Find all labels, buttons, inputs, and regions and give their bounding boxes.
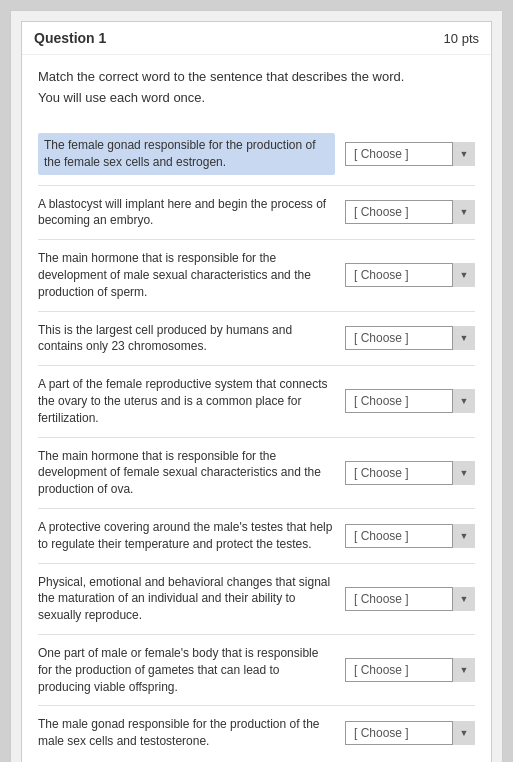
dropdown-wrapper-1: [ Choose ] — [345, 142, 475, 166]
answer-dropdown-5[interactable]: [ Choose ] — [345, 389, 475, 413]
dropdown-wrapper-3: [ Choose ] — [345, 263, 475, 287]
row-description-9: One part of male or female's body that i… — [38, 645, 335, 695]
instructions-sub-text: You will use each word once. — [38, 90, 475, 105]
dropdown-container-4: [ Choose ] — [345, 326, 475, 350]
dropdown-wrapper-7: [ Choose ] — [345, 524, 475, 548]
answer-dropdown-7[interactable]: [ Choose ] — [345, 524, 475, 548]
dropdown-container-7: [ Choose ] — [345, 524, 475, 548]
row-description-2: A blastocyst will implant here and begin… — [38, 196, 335, 230]
page-container: Question 1 10 pts Match the correct word… — [10, 10, 503, 762]
answer-dropdown-4[interactable]: [ Choose ] — [345, 326, 475, 350]
answer-dropdown-2[interactable]: [ Choose ] — [345, 200, 475, 224]
dropdown-wrapper-4: [ Choose ] — [345, 326, 475, 350]
match-row: The main hormone that is responsible for… — [38, 438, 475, 509]
answer-dropdown-9[interactable]: [ Choose ] — [345, 658, 475, 682]
match-row: The main hormone that is responsible for… — [38, 240, 475, 311]
match-row: One part of male or female's body that i… — [38, 635, 475, 706]
dropdown-container-9: [ Choose ] — [345, 658, 475, 682]
row-description-5: A part of the female reproductive system… — [38, 376, 335, 426]
dropdown-container-5: [ Choose ] — [345, 389, 475, 413]
match-rows-container: The female gonad responsible for the pro… — [38, 123, 475, 760]
question-points: 10 pts — [444, 31, 479, 46]
row-description-3: The main hormone that is responsible for… — [38, 250, 335, 300]
dropdown-container-2: [ Choose ] — [345, 200, 475, 224]
match-row: A protective covering around the male's … — [38, 509, 475, 564]
answer-dropdown-10[interactable]: [ Choose ] — [345, 721, 475, 745]
answer-dropdown-6[interactable]: [ Choose ] — [345, 461, 475, 485]
dropdown-container-10: [ Choose ] — [345, 721, 475, 745]
dropdown-wrapper-8: [ Choose ] — [345, 587, 475, 611]
question-title: Question 1 — [34, 30, 106, 46]
row-description-8: Physical, emotional and behavioral chang… — [38, 574, 335, 624]
dropdown-wrapper-6: [ Choose ] — [345, 461, 475, 485]
dropdown-wrapper-2: [ Choose ] — [345, 200, 475, 224]
match-row: This is the largest cell produced by hum… — [38, 312, 475, 367]
match-row: A blastocyst will implant here and begin… — [38, 186, 475, 241]
row-description-6: The main hormone that is responsible for… — [38, 448, 335, 498]
dropdown-wrapper-10: [ Choose ] — [345, 721, 475, 745]
match-row: The female gonad responsible for the pro… — [38, 123, 475, 186]
match-row: Physical, emotional and behavioral chang… — [38, 564, 475, 635]
dropdown-wrapper-5: [ Choose ] — [345, 389, 475, 413]
instructions-text: Match the correct word to the sentence t… — [38, 69, 475, 84]
question-header: Question 1 10 pts — [22, 22, 491, 55]
match-row: The male gonad responsible for the produ… — [38, 706, 475, 760]
row-description-7: A protective covering around the male's … — [38, 519, 335, 553]
dropdown-container-1: [ Choose ] — [345, 142, 475, 166]
question-body: Match the correct word to the sentence t… — [22, 55, 491, 762]
dropdown-container-3: [ Choose ] — [345, 263, 475, 287]
dropdown-wrapper-9: [ Choose ] — [345, 658, 475, 682]
row-description-1: The female gonad responsible for the pro… — [38, 133, 335, 175]
row-description-4: This is the largest cell produced by hum… — [38, 322, 335, 356]
answer-dropdown-8[interactable]: [ Choose ] — [345, 587, 475, 611]
dropdown-container-6: [ Choose ] — [345, 461, 475, 485]
answer-dropdown-1[interactable]: [ Choose ] — [345, 142, 475, 166]
row-description-10: The male gonad responsible for the produ… — [38, 716, 335, 750]
question-card: Question 1 10 pts Match the correct word… — [21, 21, 492, 762]
dropdown-container-8: [ Choose ] — [345, 587, 475, 611]
answer-dropdown-3[interactable]: [ Choose ] — [345, 263, 475, 287]
match-row: A part of the female reproductive system… — [38, 366, 475, 437]
